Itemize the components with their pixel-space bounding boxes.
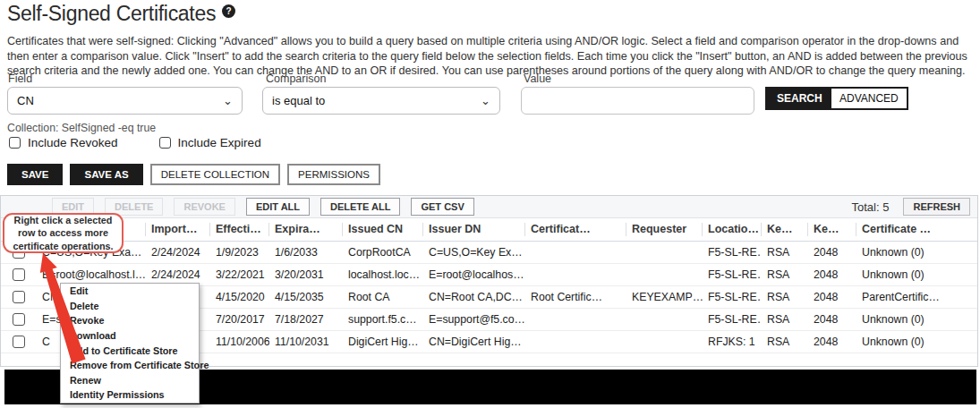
cell-requester: KEYEXAMP… (626, 291, 703, 303)
cell-expiration-date: 11/10/2031 (269, 336, 343, 348)
cell-key-type: RSA (762, 291, 808, 303)
comparison-select[interactable]: is equal to (262, 87, 500, 115)
table-header-row: Import… Effecti… Expira… Issued CN Issue… (1, 218, 977, 242)
cell-import-date: 2/24/2024 (146, 246, 210, 259)
refresh-button[interactable]: REFRESH (903, 198, 970, 216)
comparison-label: Comparison (266, 72, 326, 85)
cell-location: RFJKS: 1 (703, 336, 762, 348)
cell-certificate-status: Unknown (0) (856, 313, 977, 326)
filter-checkboxes: Include Revoked Include Expired (9, 136, 261, 149)
edit-all-button[interactable]: EDIT ALL (246, 198, 310, 216)
cell-key-size: 2048 (808, 336, 856, 348)
header-certificate-profile: Certificat… (525, 223, 626, 236)
menu-item-add-to-certificate-store[interactable]: Add to Certificate Store (61, 343, 199, 358)
cell-key-type: RSA (762, 246, 808, 259)
cell-location: F5-SL-RE… (703, 268, 762, 281)
cell-issuer-dn: E=root@localhos… (423, 268, 525, 281)
row-checkbox[interactable] (13, 313, 25, 326)
cell-location: F5-SL-RE… (703, 313, 762, 326)
cell-key-type: RSA (762, 313, 808, 326)
save-as-button[interactable]: SAVE AS (70, 164, 142, 185)
cell-expiration-date: 4/15/2035 (269, 291, 343, 303)
menu-item-delete[interactable]: Delete (61, 299, 199, 314)
value-input[interactable] (521, 87, 754, 115)
cell-issued-cn: Root CA (343, 291, 423, 303)
delete-collection-button[interactable]: DELETE COLLECTION (150, 164, 280, 185)
header-location: Locatio… (703, 223, 762, 236)
cell-issuer-dn: C=US,O=Key Ex… (423, 246, 525, 259)
collection-actions: SAVE SAVE AS DELETE COLLECTION PERMISSIO… (7, 164, 380, 185)
menu-item-remove-from-certificate-store[interactable]: Remove from Certificate Store (61, 358, 199, 373)
cell-expiration-date: 3/20/2031 (269, 268, 343, 281)
cell-certificate-status: Unknown (0) (856, 246, 977, 259)
header-expiration-date: Expira… (269, 223, 343, 236)
cell-expiration-date: 7/18/2027 (269, 313, 343, 326)
row-checkbox[interactable] (13, 291, 25, 303)
cell-key-size: 2048 (808, 268, 856, 281)
cell-certificate-profile: Root Certific… (525, 291, 626, 303)
header-key-type: Ke… (762, 223, 808, 236)
menu-item-renew[interactable]: Renew (61, 373, 199, 388)
cell-subject: E=root@localhost.l… (37, 268, 146, 281)
header-issued-cn: Issued CN (343, 223, 423, 236)
cell-key-size: 2048 (808, 291, 856, 303)
cell-effective-date: 7/20/2017 (210, 313, 269, 326)
annotation-callout: Right click a selected row to access mor… (3, 213, 124, 253)
grid-toolbar: EDIT DELETE REVOKE EDIT ALL DELETE ALL G… (1, 196, 977, 218)
cell-issuer-dn: E=support@f5.co… (423, 313, 525, 326)
header-import-date: Import… (146, 223, 210, 236)
page-title: Self-Signed Certificates (7, 2, 216, 25)
include-revoked-option[interactable]: Include Revoked (9, 136, 118, 149)
cell-issued-cn: support.f5.c… (343, 313, 423, 326)
menu-item-edit[interactable]: Edit (61, 284, 199, 299)
cell-key-size: 2048 (808, 246, 856, 259)
save-button[interactable]: SAVE (7, 164, 63, 185)
field-select[interactable]: CN (7, 87, 243, 115)
cell-expiration-date: 1/6/2033 (269, 246, 343, 259)
cell-effective-date: 4/15/2020 (210, 291, 269, 303)
row-checkbox[interactable] (13, 336, 25, 348)
include-revoked-label: Include Revoked (28, 136, 118, 149)
cell-issued-cn: DigiCert Hig… (343, 336, 423, 348)
cell-key-type: RSA (762, 336, 808, 348)
page-description: Certificates that were self-signed: Clic… (7, 34, 977, 79)
title-row: Self-Signed Certificates (7, 2, 235, 25)
header-effective-date: Effecti… (210, 223, 269, 236)
include-expired-label: Include Expired (178, 136, 261, 149)
header-key-size: Ke… (808, 223, 856, 236)
cell-certificate-status: Unknown (0) (856, 336, 977, 348)
cell-issued-cn: CorpRootCA (343, 246, 423, 259)
header-issuer-dn: Issuer DN (423, 223, 525, 236)
field-label: Field (8, 72, 32, 85)
revoke-button: REVOKE (174, 198, 234, 216)
include-revoked-checkbox[interactable] (9, 137, 21, 149)
table-row[interactable]: C=US,O=Key Exa… 2/24/2024 1/9/2023 1/6/2… (1, 242, 977, 264)
include-expired-checkbox[interactable] (159, 137, 171, 149)
advanced-button[interactable]: ADVANCED (830, 87, 908, 110)
permissions-button[interactable]: PERMISSIONS (287, 164, 380, 185)
cell-issuer-dn: CN=DigiCert Hig… (423, 336, 525, 348)
get-csv-button[interactable]: GET CSV (411, 198, 473, 216)
context-menu: Edit Delete Revoke Download Add to Certi… (60, 283, 200, 404)
cell-certificate-status: ParentCertific… (856, 291, 977, 303)
menu-item-identity-permissions[interactable]: Identity Permissions (61, 387, 199, 403)
cell-effective-date: 1/9/2023 (210, 246, 269, 259)
menu-item-revoke[interactable]: Revoke (61, 313, 199, 328)
help-icon[interactable] (222, 4, 235, 18)
cell-issued-cn: localhost.loc… (343, 268, 423, 281)
row-checkbox[interactable] (13, 268, 25, 281)
menu-item-download[interactable]: Download (61, 328, 199, 344)
cell-import-date: 2/24/2024 (146, 268, 210, 281)
header-requester: Requester (626, 223, 703, 236)
include-expired-option[interactable]: Include Expired (159, 136, 261, 149)
search-button[interactable]: SEARCH (765, 87, 834, 110)
cell-effective-date: 11/10/2006 (210, 336, 269, 348)
delete-all-button[interactable]: DELETE ALL (320, 198, 400, 216)
cell-location: F5-SL-RE… (703, 246, 762, 259)
toolbar-right: Total: 5 REFRESH (852, 198, 977, 216)
field-select-value: CN (17, 94, 34, 107)
value-label: Value (524, 72, 551, 85)
cell-key-size: 2048 (808, 313, 856, 326)
comparison-select-value: is equal to (272, 94, 325, 107)
cell-location: F5-SL-RE… (703, 291, 762, 303)
